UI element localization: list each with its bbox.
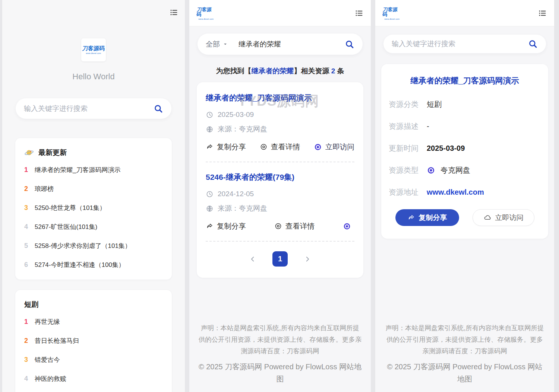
detail-row-category: 资源分类 短剧	[389, 99, 541, 109]
latest-updates-header: 最新更新	[23, 148, 164, 157]
rank-number: 1	[24, 166, 35, 174]
divider	[206, 241, 354, 242]
site-logo[interactable]: 刀客源码 www.dkewl.com	[383, 4, 401, 22]
chevron-right-icon	[303, 255, 312, 263]
latest-updates-title: 最新更新	[38, 148, 67, 157]
eye-icon	[260, 143, 268, 151]
chevron-down-icon	[222, 41, 228, 47]
list-item-title: 继承者的荣耀_刀客源码网演示	[35, 166, 120, 174]
row-label: 资源地址	[389, 187, 427, 197]
prev-page-button[interactable]	[249, 255, 257, 263]
view-detail-button[interactable]: 查看详情	[274, 221, 315, 231]
result-source: 来源：夸克网盘	[218, 124, 267, 134]
footer-disclaimer: 声明：本站是网盘索引系统,所有内容均来自互联网所提供的公开引用资源，未提供资源上…	[198, 322, 362, 357]
result-item: 继承者的荣耀_刀客源码网演示 2025-03-09 来源：夸克网盘 复制分享	[206, 93, 354, 152]
search-button[interactable]	[345, 39, 354, 49]
list-item[interactable]: 4神医的救赎	[23, 369, 164, 388]
pagination: 1	[206, 251, 354, 267]
hello-text: Hello World	[2, 72, 185, 82]
visit-now-button[interactable]	[343, 222, 354, 230]
result-source-row: 来源：夸克网盘	[206, 124, 354, 134]
logo-text: 刀客源码	[82, 45, 105, 51]
list-item[interactable]: 35250-绝世龙尊（101集）	[23, 198, 164, 217]
share-icon	[407, 214, 415, 222]
row-value: 夸克网盘	[440, 165, 470, 175]
list-item-title: 琅琊榜	[35, 185, 54, 193]
row-value: 短剧	[427, 99, 442, 109]
list-item[interactable]: 1继承者的荣耀_刀客源码网演示	[23, 160, 164, 179]
rank-number: 3	[24, 204, 35, 212]
rank-number: 1	[24, 318, 35, 326]
list-item-title: 再世无缘	[35, 318, 60, 326]
result-date-row: 2025-03-09	[206, 111, 354, 119]
cloud-icon	[483, 214, 492, 222]
search-box	[16, 98, 171, 119]
site-logo[interactable]: 刀客源码 www.dkewl.com	[197, 4, 215, 22]
eye-icon	[274, 222, 282, 230]
result-date-row: 2024-12-05	[206, 190, 354, 198]
list-item[interactable]: 2琅琊榜	[23, 179, 164, 198]
list-item[interactable]: 1再世无缘	[23, 312, 164, 331]
copy-share-button[interactable]: 复制分享	[206, 142, 246, 152]
copy-share-button[interactable]: 复制分享	[395, 209, 459, 226]
list-item[interactable]: 65274-今时重逢不相逢（100集）	[23, 255, 164, 274]
rank-number: 6	[24, 261, 35, 269]
search-button[interactable]	[154, 104, 163, 114]
list-item[interactable]: 45267-旷世医仙(101集)	[23, 217, 164, 236]
latest-updates-list: 1继承者的荣耀_刀客源码网演示 2琅琊榜 35250-绝世龙尊（101集） 45…	[23, 160, 164, 274]
logo-url: www.dkewl.com	[86, 52, 101, 54]
row-label: 更新时间	[389, 143, 427, 153]
detail-buttons: 复制分享 立即访问	[389, 209, 541, 226]
logo-text: 刀客源码	[196, 7, 216, 17]
menu-button[interactable]	[168, 8, 179, 17]
rank-number: 2	[24, 337, 35, 345]
list-item[interactable]: 3错爱古今	[23, 350, 164, 369]
visit-now-button[interactable]: 立即访问	[473, 209, 534, 226]
search-box	[383, 35, 546, 53]
result-date: 2025-03-09	[218, 111, 254, 119]
globe-icon	[206, 205, 214, 213]
search-icon	[528, 39, 538, 49]
resource-link[interactable]: www.dkewl.com	[427, 188, 484, 197]
quark-disk-icon	[343, 222, 351, 230]
header-bar: 刀客源码 www.dkewl.com	[189, 0, 371, 26]
copy-share-button[interactable]: 复制分享	[206, 221, 246, 231]
current-page-button[interactable]: 1	[272, 251, 288, 267]
panel-resource-detail: 刀客源码 www.dkewl.com 继承者的荣耀_刀客源码网演示 资源分类 短…	[375, 0, 554, 392]
search-input[interactable]	[239, 40, 345, 48]
search-input[interactable]	[24, 105, 154, 113]
short-drama-card: 短剧 1再世无缘 2昔日长枪落马归 3错爱古今 4神医的救赎	[15, 290, 172, 392]
view-detail-button[interactable]: 查看详情	[260, 142, 300, 152]
result-title[interactable]: 5246-继承者的荣耀(79集)	[206, 172, 354, 182]
search-input[interactable]	[392, 40, 528, 48]
next-page-button[interactable]	[303, 255, 312, 263]
list-item-title: 错爱古今	[35, 356, 60, 364]
globe-icon	[206, 125, 214, 133]
row-value-with-icon: 夸克网盘	[427, 165, 470, 175]
quark-disk-icon	[427, 166, 435, 175]
menu-button[interactable]	[354, 9, 364, 18]
result-title[interactable]: 继承者的荣耀_刀客源码网演示	[206, 93, 354, 103]
list-item[interactable]: 55258-傅少求求你别虐了（101集）	[23, 236, 164, 255]
rank-number: 4	[24, 223, 35, 231]
short-drama-title: 短剧	[24, 300, 38, 309]
rank-number: 4	[24, 375, 35, 383]
detail-row-updated: 更新时间 2025-03-09	[389, 143, 541, 153]
list-item[interactable]: 2昔日长枪落马归	[23, 331, 164, 350]
row-label: 资源类型	[389, 165, 427, 175]
visit-now-button[interactable]: 立即访问	[314, 142, 354, 152]
search-button[interactable]	[528, 39, 538, 49]
panel-search-results: 刀客源码 www.dkewl.com 全部 为您找到【继承者的荣耀】相关资源 2…	[189, 0, 371, 392]
logo-text: 刀客源码	[382, 7, 402, 17]
list-item-title: 5250-绝世龙尊（101集）	[35, 204, 106, 212]
list-item-title: 昔日长枪落马归	[35, 337, 79, 345]
result-source: 来源：夸克网盘	[218, 204, 267, 213]
clock-icon	[206, 190, 214, 198]
site-logo[interactable]: 刀客源码 www.dkewl.com	[81, 38, 106, 61]
category-filter-dropdown[interactable]: 全部	[206, 39, 228, 49]
result-actions: 复制分享 查看详情	[206, 221, 354, 231]
result-source-row: 来源：夸克网盘	[206, 204, 354, 213]
results-card: YYDS源码网 继承者的荣耀_刀客源码网演示 2025-03-09 来源：夸克网…	[197, 82, 363, 278]
menu-button[interactable]	[537, 9, 547, 18]
row-label: 资源分类	[389, 99, 427, 109]
